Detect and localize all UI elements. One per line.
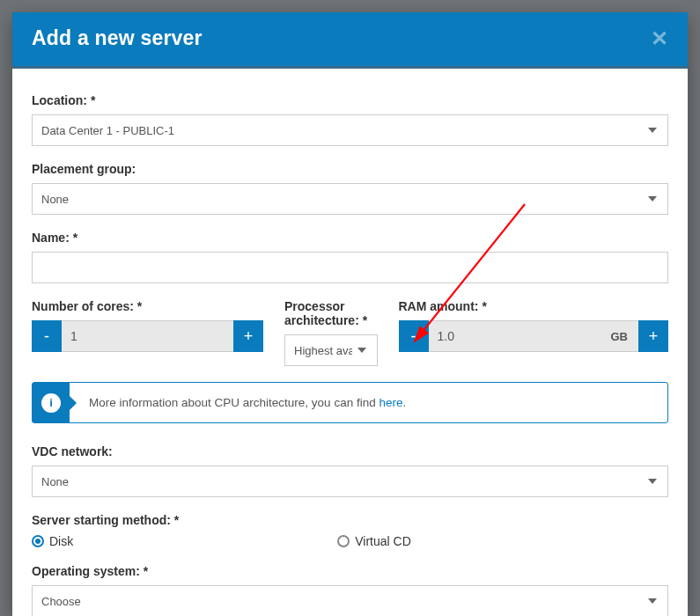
arch-label: Processor architecture: *	[284, 299, 378, 327]
info-text: More information about CPU architecture,…	[70, 383, 420, 422]
os-field: Operating system: * Choose	[32, 564, 668, 616]
radio-icon	[32, 535, 44, 547]
cores-input[interactable]	[62, 320, 233, 352]
start-method-disk[interactable]: Disk	[32, 534, 73, 548]
modal-body: Location: * Data Center 1 - PUBLIC-1 Pla…	[12, 69, 688, 616]
specs-row: Number of cores: * - + Processor archite…	[32, 299, 668, 366]
ram-increment-button[interactable]: +	[638, 320, 668, 352]
cores-label: Number of cores: *	[32, 299, 263, 313]
arch-field: Processor architecture: * Highest availa…	[284, 299, 378, 366]
cores-field: Number of cores: * - +	[32, 299, 263, 366]
location-label: Location: *	[32, 93, 668, 107]
add-server-modal: Add a new server ✕ Location: * Data Cent…	[12, 12, 688, 616]
ram-decrement-button[interactable]: -	[399, 320, 429, 352]
os-label: Operating system: *	[32, 564, 668, 578]
vdc-field: VDC network: None	[32, 444, 668, 497]
ram-field: RAM amount: * - GB +	[399, 299, 669, 366]
start-method-label: Server starting method: *	[32, 513, 668, 527]
modal-header: Add a new server ✕	[12, 12, 688, 69]
start-method-radios: Disk Virtual CD	[32, 534, 668, 548]
name-field: Name: *	[32, 231, 668, 283]
start-method-field: Server starting method: * Disk Virtual C…	[32, 513, 668, 548]
radio-icon	[337, 535, 350, 547]
placement-field: Placement group: None	[32, 162, 668, 215]
info-text-suffix: .	[402, 396, 406, 409]
ram-stepper: - GB +	[399, 320, 669, 352]
ram-unit-badge: GB	[601, 320, 639, 352]
radio-label-disk: Disk	[49, 534, 73, 548]
placement-label: Placement group:	[32, 162, 668, 176]
cpu-info-callout: i More information about CPU architectur…	[32, 382, 668, 423]
cores-stepper: - +	[32, 320, 263, 352]
ram-input[interactable]	[429, 320, 601, 352]
location-field: Location: * Data Center 1 - PUBLIC-1	[32, 93, 668, 146]
os-select[interactable]: Choose	[32, 585, 668, 616]
info-icon: i	[33, 383, 70, 422]
info-link[interactable]: here	[379, 396, 402, 409]
modal-title: Add a new server	[32, 26, 203, 50]
vdc-label: VDC network:	[32, 444, 668, 458]
start-method-virtual-cd[interactable]: Virtual CD	[337, 534, 411, 548]
vdc-select[interactable]: None	[32, 466, 668, 497]
radio-label-vcd: Virtual CD	[355, 534, 411, 548]
name-input[interactable]	[32, 252, 668, 283]
cores-decrement-button[interactable]: -	[32, 320, 62, 352]
info-text-prefix: More information about CPU architecture,…	[89, 396, 379, 409]
close-icon[interactable]: ✕	[651, 28, 668, 49]
placement-select[interactable]: None	[32, 183, 668, 215]
name-label: Name: *	[32, 231, 668, 245]
ram-label: RAM amount: *	[399, 299, 669, 313]
arch-select[interactable]: Highest available in location	[284, 334, 378, 366]
location-select[interactable]: Data Center 1 - PUBLIC-1	[32, 114, 668, 146]
cores-increment-button[interactable]: +	[233, 320, 263, 352]
